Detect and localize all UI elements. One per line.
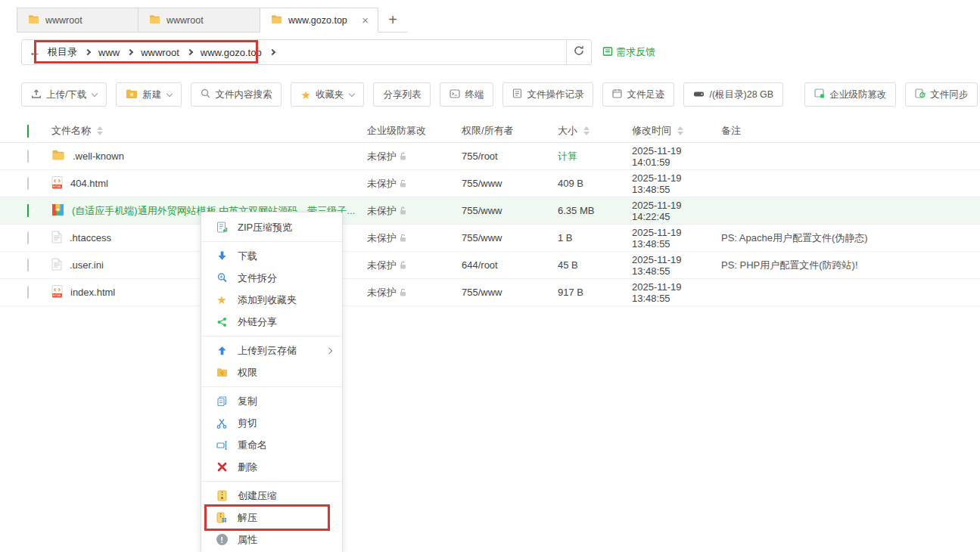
menu-item-add-favorite[interactable]: ★ 添加到收藏夹 (201, 289, 342, 311)
feedback-form-icon (602, 46, 613, 59)
file-owner: 644/root (462, 259, 498, 271)
breadcrumb-wwwroot[interactable]: wwwroot (141, 47, 179, 58)
tamper-status[interactable]: 未保护 (367, 259, 462, 272)
menu-item-download[interactable]: 下载 (201, 245, 342, 267)
sync-icon (915, 88, 926, 101)
file-name[interactable]: 404.html (70, 178, 108, 189)
file-row[interactable]: .well-known 未保护 755/root 计算 2025-11-19 1… (0, 143, 980, 170)
menu-item-upload-to-cloud[interactable]: 上传到云存储 (201, 340, 342, 361)
column-header-owner: 权限/所有者 (462, 125, 514, 136)
upload-download-button[interactable]: 上传/下载 (21, 82, 107, 107)
tamper-status[interactable]: 未保护 (367, 204, 462, 218)
file-row[interactable]: .user.ini 未保护 644/root 45 B 2025-11-19 1… (0, 252, 980, 279)
file-footprint-button[interactable]: 文件足迹 (602, 82, 674, 107)
text-file-icon (51, 231, 62, 246)
new-folder-icon (126, 88, 138, 101)
menu-item-label: 外链分享 (238, 315, 331, 329)
file-owner: 755/www (462, 232, 502, 243)
tab-wwwroot-2[interactable]: wwwroot (138, 8, 260, 33)
button-label: 上传/下载 (46, 88, 86, 101)
terminal-icon (450, 89, 460, 101)
menu-item-properties[interactable]: ! 属性 (201, 529, 342, 550)
menu-item-rename[interactable]: 重命名 (201, 434, 342, 456)
file-name[interactable]: index.html (70, 287, 115, 298)
tab-wwwroot-1[interactable]: wwwroot (17, 8, 138, 33)
menu-item-label: 文件拆分 (238, 271, 331, 285)
menu-item-label: 添加到收藏夹 (238, 293, 331, 307)
tamper-status[interactable]: 未保护 (367, 150, 462, 163)
disk-root-button[interactable]: /(根目录)28 GB (683, 82, 783, 107)
menu-item-create-archive[interactable]: 创建压缩 (201, 485, 342, 507)
tab-www-gozo-top[interactable]: www.gozo.top × (260, 8, 378, 33)
breadcrumb-www[interactable]: www (98, 47, 120, 58)
row-checkbox[interactable] (27, 177, 29, 190)
svg-text:HTML: HTML (53, 185, 62, 188)
row-checkbox[interactable] (27, 286, 29, 299)
favorites-button[interactable]: ★ 收藏夹 (291, 82, 364, 107)
button-label: 文件同步 (930, 88, 968, 101)
rename-icon (215, 441, 229, 450)
enterprise-tamper-proof-button[interactable]: 企业级防篡改 (804, 82, 896, 107)
terminal-button[interactable]: 终端 (440, 82, 493, 107)
tab-label: www.gozo.top (288, 15, 354, 26)
file-mtime: 2025-11-19 13:48:55 (632, 281, 682, 304)
file-name[interactable]: .user.ini (70, 259, 104, 271)
column-header-name[interactable]: 文件名称 (51, 124, 91, 138)
tamper-status[interactable]: 未保护 (367, 177, 462, 191)
menu-item-extract[interactable]: 解压 (201, 507, 342, 529)
html-file-icon: HTML (51, 176, 63, 191)
file-content-search-button[interactable]: 文件内容搜索 (191, 82, 282, 107)
file-size: 6.35 MB (558, 205, 594, 216)
back-button[interactable]: ← (22, 45, 48, 59)
cut-icon (215, 418, 229, 429)
sort-icon[interactable] (677, 126, 683, 135)
file-name[interactable]: .htaccess (70, 232, 111, 243)
button-label: 终端 (465, 88, 484, 101)
column-header-size[interactable]: 大小 (558, 124, 577, 138)
file-name[interactable]: .well-known (73, 150, 124, 162)
new-tab-button[interactable]: + (378, 8, 407, 33)
sort-icon[interactable] (583, 126, 590, 135)
row-checkbox[interactable] (27, 231, 29, 244)
menu-item-label: 删除 (238, 461, 331, 474)
file-owner: 755/www (462, 178, 502, 189)
chevron-right-icon (85, 49, 91, 55)
refresh-button[interactable] (566, 39, 591, 65)
new-button[interactable]: 新建 (116, 82, 182, 107)
row-checkbox[interactable] (27, 259, 29, 271)
calc-size-link[interactable]: 计算 (558, 150, 577, 162)
file-operation-log-button[interactable]: 文件操作记录 (502, 82, 593, 107)
column-header-tamper: 企业级防篡改 (367, 125, 426, 136)
context-menu: ZIP压缩预览 下载 文件拆分 ★ 添加到收藏夹 外链分享 上传到云存储 权限 … (201, 212, 343, 552)
file-row-selected[interactable]: ✓ (自适应手机端)通用外贸网站模板 中英文双网站源码，带三级子... 未保护 … (0, 197, 980, 225)
unlock-icon (399, 206, 407, 216)
row-checkbox-checked[interactable]: ✓ (27, 204, 29, 217)
tab-label: wwwroot (45, 15, 130, 26)
file-row[interactable]: .htaccess 未保护 755/www 1 B 2025-11-19 13:… (0, 225, 980, 252)
close-tab-icon[interactable]: × (360, 14, 370, 26)
tamper-status[interactable]: 未保护 (367, 286, 462, 299)
menu-item-cut[interactable]: 剪切 (201, 412, 342, 434)
feedback-link[interactable]: 需求反馈 (602, 45, 655, 59)
file-sync-button[interactable]: 文件同步 (905, 82, 978, 107)
share-list-button[interactable]: 分享列表 (373, 82, 431, 107)
chevron-down-icon (92, 90, 98, 96)
file-row[interactable]: HTML 404.html 未保护 755/www 409 B 2025-11-… (0, 170, 980, 197)
column-header-mtime[interactable]: 修改时间 (632, 124, 671, 138)
menu-item-delete[interactable]: 删除 (201, 456, 342, 478)
record-icon (512, 88, 522, 101)
sort-icon[interactable] (97, 126, 103, 135)
breadcrumb-root[interactable]: 根目录 (48, 45, 77, 59)
compress-icon (215, 490, 229, 501)
row-checkbox[interactable] (27, 150, 29, 163)
file-row[interactable]: HTML index.html 未保护 755/www 917 B 2025-1… (0, 279, 980, 306)
archive-file-icon (51, 203, 64, 219)
menu-item-copy[interactable]: 复制 (201, 390, 342, 412)
menu-item-zip-preview[interactable]: ZIP压缩预览 (201, 216, 342, 238)
breadcrumb-www-gozo-top[interactable]: www.gozo.top (201, 47, 262, 58)
menu-item-external-share[interactable]: 外链分享 (201, 311, 342, 333)
select-all-checkbox[interactable] (27, 125, 29, 138)
menu-item-permission[interactable]: 权限 (201, 361, 342, 383)
tamper-status[interactable]: 未保护 (367, 231, 462, 245)
menu-item-file-split[interactable]: 文件拆分 (201, 267, 342, 289)
